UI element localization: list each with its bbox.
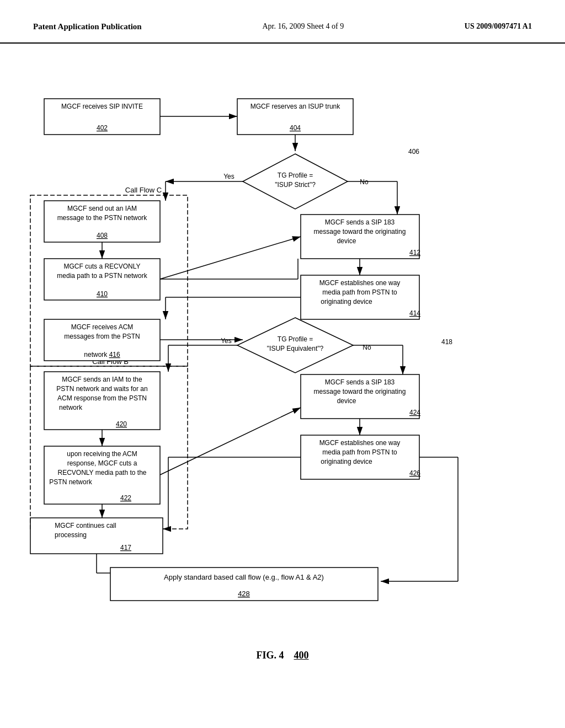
figure-number: FIG. 4 — [256, 650, 284, 661]
svg-text:device: device — [337, 237, 356, 245]
flowchart-svg: MGCF receives SIP INVITE 402 MGCF reserv… — [0, 44, 565, 694]
svg-text:media path from PSTN to: media path from PSTN to — [322, 448, 397, 456]
svg-text:408: 408 — [97, 232, 108, 239]
svg-text:TG Profile =: TG Profile = — [278, 172, 313, 179]
figure-caption: FIG. 4 400 — [256, 650, 308, 661]
svg-text:message toward the originating: message toward the originating — [314, 388, 406, 395]
svg-text:network 416: network 416 — [84, 351, 120, 358]
header-left: Patent Application Publication — [33, 22, 142, 31]
svg-text:media path to a PSTN network: media path to a PSTN network — [57, 272, 147, 280]
svg-text:406: 406 — [408, 148, 419, 156]
svg-text:upon receiving the ACM: upon receiving the ACM — [67, 450, 137, 458]
svg-text:TG Profile =: TG Profile = — [278, 335, 313, 343]
svg-text:MGCF establishes one way: MGCF establishes one way — [319, 279, 401, 287]
header-right: US 2009/0097471 A1 — [465, 22, 532, 31]
svg-text:message toward the originating: message toward the originating — [314, 228, 406, 235]
svg-line-76 — [160, 408, 301, 475]
svg-text:MGCF establishes one way: MGCF establishes one way — [319, 439, 401, 447]
svg-text:originating device: originating device — [321, 458, 372, 465]
svg-text:network: network — [59, 404, 83, 411]
svg-text:"ISUP Equivalent"?: "ISUP Equivalent"? — [267, 345, 324, 352]
svg-text:ACM response from the PSTN: ACM response from the PSTN — [57, 394, 147, 402]
svg-text:MGCF send out an IAM: MGCF send out an IAM — [67, 205, 137, 212]
svg-text:PSTN network and waits for an: PSTN network and waits for an — [56, 385, 147, 393]
svg-text:414: 414 — [409, 309, 420, 317]
svg-text:MGCF cuts a RECVONLY: MGCF cuts a RECVONLY — [63, 263, 140, 270]
svg-text:404: 404 — [290, 124, 301, 132]
svg-text:428: 428 — [238, 590, 250, 598]
svg-text:420: 420 — [116, 420, 127, 428]
svg-text:PSTN network: PSTN network — [49, 478, 92, 486]
svg-text:402: 402 — [97, 124, 108, 132]
svg-text:MGCF receives ACM: MGCF receives ACM — [71, 323, 134, 331]
svg-text:processing: processing — [55, 531, 87, 539]
page-header: Patent Application Publication Apr. 16, … — [0, 0, 565, 44]
svg-text:426: 426 — [409, 469, 420, 477]
svg-text:Apply standard based call flow: Apply standard based call flow (e.g., fl… — [164, 573, 324, 581]
svg-text:422: 422 — [120, 494, 131, 502]
svg-text:media path from PSTN to: media path from PSTN to — [322, 288, 397, 296]
figure-ref: 400 — [294, 650, 309, 661]
svg-text:response, MGCF cuts a: response, MGCF cuts a — [67, 459, 137, 467]
svg-text:"ISUP Strict"?: "ISUP Strict"? — [275, 181, 316, 189]
diagram-area: MGCF receives SIP INVITE 402 MGCF reserv… — [0, 44, 565, 694]
svg-text:424: 424 — [409, 409, 420, 416]
svg-text:410: 410 — [97, 290, 108, 298]
svg-text:No: No — [363, 344, 371, 351]
svg-text:RECVONLY media path to the: RECVONLY media path to the — [58, 469, 147, 477]
svg-text:MGCF receives SIP INVITE: MGCF receives SIP INVITE — [61, 103, 143, 110]
svg-text:Yes: Yes — [223, 173, 234, 180]
svg-text:MGCF reserves an ISUP trunk: MGCF reserves an ISUP trunk — [250, 103, 340, 110]
svg-text:417: 417 — [120, 544, 131, 552]
header-center: Apr. 16, 2009 Sheet 4 of 9 — [262, 22, 344, 31]
svg-text:message to the PSTN network: message to the PSTN network — [57, 214, 148, 222]
svg-text:Call Flow C: Call Flow C — [125, 186, 162, 194]
svg-text:MGCF continues call: MGCF continues call — [55, 522, 116, 529]
svg-text:MGCF sends a SIP 183: MGCF sends a SIP 183 — [325, 218, 395, 226]
svg-text:device: device — [337, 397, 356, 405]
svg-text:MGCF sends an IAM to the: MGCF sends an IAM to the — [62, 376, 142, 383]
svg-text:412: 412 — [409, 249, 420, 256]
svg-text:No: No — [360, 178, 369, 186]
svg-text:MGCF sends a SIP 183: MGCF sends a SIP 183 — [325, 378, 395, 386]
svg-text:originating device: originating device — [321, 298, 372, 306]
svg-text:messages from the PSTN: messages from the PSTN — [64, 333, 140, 340]
svg-text:418: 418 — [441, 338, 452, 346]
svg-line-38 — [160, 237, 301, 279]
svg-text:Yes: Yes — [221, 337, 232, 345]
